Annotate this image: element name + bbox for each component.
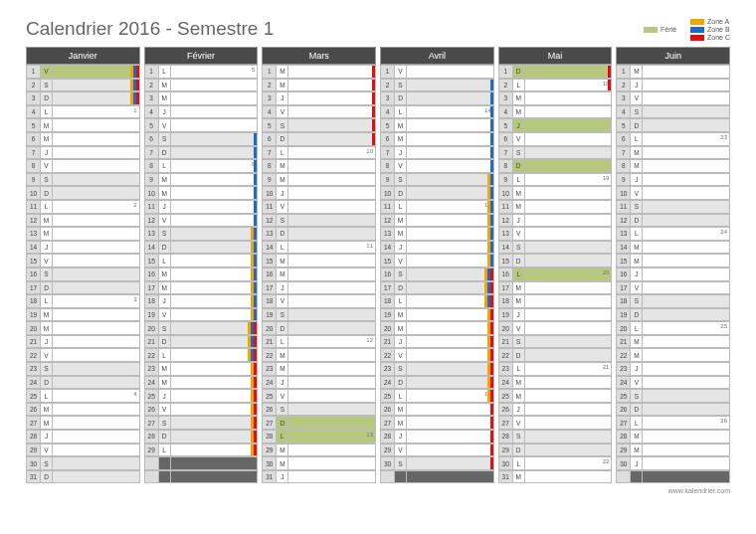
- day-row: 8M: [616, 159, 730, 173]
- footer-url: www.kalendrier.com: [26, 487, 730, 494]
- day-number: 31: [498, 470, 512, 484]
- day-cell: [642, 403, 730, 417]
- zone-bar-c: [254, 390, 257, 402]
- day-row: 25L4: [26, 389, 140, 403]
- day-row: [144, 456, 259, 470]
- day-row: 20D: [262, 321, 376, 335]
- day-row: 10M: [498, 186, 613, 200]
- day-cell: 19: [524, 173, 613, 187]
- zone-bar-b: [490, 215, 493, 227]
- day-letter: J: [394, 146, 406, 160]
- day-number: 10: [498, 186, 512, 200]
- day-letter: S: [512, 241, 524, 255]
- day-cell: [524, 321, 613, 335]
- day-number: 10: [380, 186, 394, 200]
- day-row: 16M: [262, 267, 376, 281]
- day-cell: [406, 335, 494, 349]
- day-letter: S: [512, 430, 524, 444]
- day-letter: S: [630, 105, 642, 119]
- day-row: 7S: [498, 146, 613, 160]
- day-row: 15M: [616, 254, 730, 267]
- day-row: 1L5: [144, 65, 259, 79]
- day-letter: S: [158, 227, 170, 241]
- day-row: 23L21: [498, 362, 613, 376]
- day-number: 24: [498, 376, 512, 390]
- day-row: 9M: [144, 173, 259, 187]
- day-letter: M: [394, 214, 406, 228]
- day-row: 24J: [262, 376, 376, 390]
- day-cell: [406, 403, 494, 417]
- day-number: 26: [380, 403, 394, 417]
- day-cell: 24: [642, 227, 730, 241]
- day-cell: [287, 376, 376, 390]
- zone-bar-b: [490, 92, 493, 104]
- day-cell: [406, 186, 494, 200]
- day-letter: L: [276, 241, 287, 255]
- day-number: 22: [144, 348, 158, 362]
- day-number: 2: [616, 79, 630, 92]
- zone-bar-c: [136, 66, 139, 78]
- day-cell: [524, 348, 613, 362]
- day-letter: J: [158, 105, 170, 119]
- day-cell: [170, 105, 259, 119]
- day-row: 28S: [498, 430, 613, 444]
- day-letter: V: [394, 444, 406, 457]
- day-letter: D: [40, 91, 52, 105]
- day-cell: [524, 146, 613, 160]
- day-number: 19: [26, 308, 40, 322]
- day-letter: S: [394, 456, 406, 470]
- day-row: 24D: [26, 376, 140, 390]
- zone-bar-c: [372, 119, 375, 131]
- day-row: 28D: [144, 430, 259, 444]
- day-letter: L: [512, 79, 524, 92]
- day-row: 30M: [262, 456, 376, 470]
- day-row: 14J: [380, 241, 494, 255]
- day-number: 20: [616, 321, 630, 335]
- day-row: 28L13: [262, 430, 376, 444]
- day-row: 30S: [380, 456, 494, 470]
- day-number: 18: [26, 294, 40, 308]
- day-row: 17J: [262, 281, 376, 295]
- zone-bar-c: [136, 92, 139, 104]
- day-cell: [642, 186, 730, 200]
- day-letter: J: [630, 456, 642, 470]
- day-number: 2: [262, 79, 276, 92]
- day-cell: [52, 132, 140, 146]
- day-cell: [524, 186, 613, 200]
- day-number: 14: [262, 241, 276, 255]
- day-cell: [406, 348, 494, 362]
- day-cell: [406, 444, 494, 457]
- day-number: 4: [380, 105, 394, 119]
- day-cell: [52, 214, 140, 228]
- day-cell: [170, 281, 259, 295]
- day-letter: S: [40, 79, 52, 92]
- day-number: 27: [380, 416, 394, 430]
- day-row: 16S: [26, 267, 140, 281]
- day-number: 14: [498, 241, 512, 255]
- day-row: 6M: [26, 132, 140, 146]
- day-cell: [406, 267, 494, 281]
- day-row: 12S: [262, 214, 376, 228]
- day-number: 30: [26, 456, 40, 470]
- day-row: 1V: [380, 65, 494, 79]
- day-number: 18: [380, 294, 394, 308]
- day-row: 9S: [380, 173, 494, 187]
- day-cell: [524, 91, 613, 105]
- day-letter: M: [40, 308, 52, 322]
- day-number: 14: [26, 241, 40, 255]
- zone-bar-c: [490, 322, 493, 334]
- day-row: 20V: [498, 321, 613, 335]
- day-number: 29: [144, 444, 158, 457]
- day-row: 18S: [616, 294, 730, 308]
- day-number: 10: [144, 186, 158, 200]
- day-cell: [52, 118, 140, 132]
- day-cell: [524, 294, 613, 308]
- day-letter: M: [276, 79, 287, 92]
- day-cell: [406, 79, 494, 92]
- day-cell: [170, 186, 259, 200]
- day-row: 2J: [616, 79, 730, 92]
- day-letter: S: [40, 362, 52, 376]
- day-row: 30S: [26, 456, 140, 470]
- day-number: 22: [262, 348, 276, 362]
- day-cell: [287, 456, 376, 470]
